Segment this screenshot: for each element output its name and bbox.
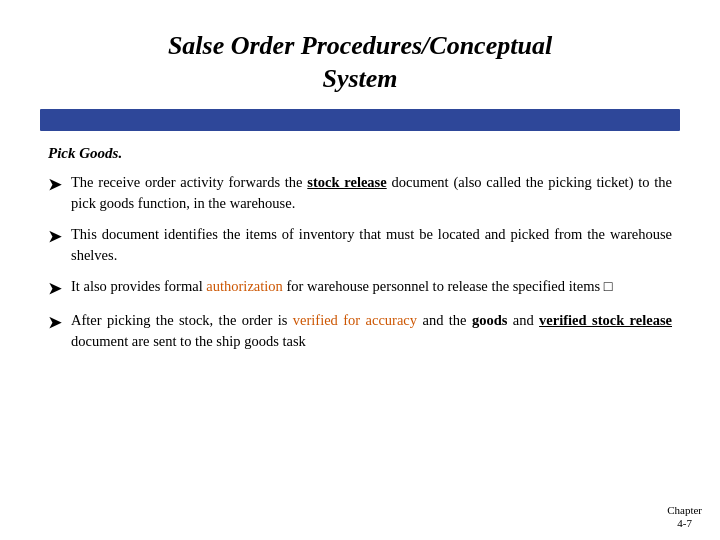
bullet-arrow-3: ➤ [48, 277, 61, 300]
bullet-text-3: It also provides formal authorization fo… [71, 276, 672, 297]
list-item: ➤ The receive order activity forwards th… [48, 172, 672, 214]
list-item: ➤ This document identifies the items of … [48, 224, 672, 266]
bullet-arrow-4: ➤ [48, 311, 61, 334]
bullet-text-1: The receive order activity forwards the … [71, 172, 672, 214]
slide-title: Salse Order Procedures/Conceptual System [40, 30, 680, 95]
bullet-text-2: This document identifies the items of in… [71, 224, 672, 266]
bullet-arrow-1: ➤ [48, 173, 61, 196]
bullet-arrow-2: ➤ [48, 225, 61, 248]
content-section: Pick Goods. ➤ The receive order activity… [40, 145, 680, 520]
blue-divider-bar [40, 109, 680, 131]
chapter-label: Chapter 4-7 [667, 504, 702, 530]
bullet-text-4: After picking the stock, the order is ve… [71, 310, 672, 352]
pick-goods-heading: Pick Goods. [48, 145, 672, 162]
bullet-list: ➤ The receive order activity forwards th… [48, 172, 672, 352]
title-section: Salse Order Procedures/Conceptual System [40, 30, 680, 95]
list-item: ➤ After picking the stock, the order is … [48, 310, 672, 352]
list-item: ➤ It also provides formal authorization … [48, 276, 672, 300]
slide-container: Salse Order Procedures/Conceptual System… [0, 0, 720, 540]
